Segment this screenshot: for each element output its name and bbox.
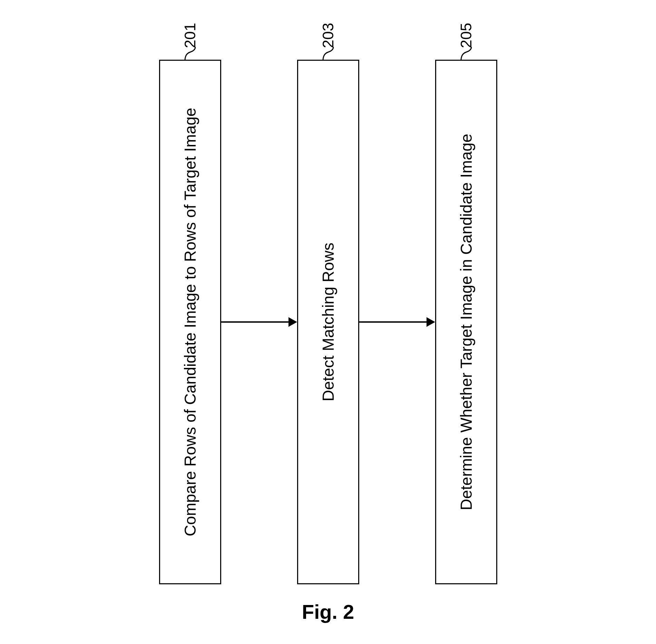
- label-connector-icon: [320, 47, 337, 61]
- flow-step-text: Detect Matching Rows: [319, 243, 337, 401]
- flow-step-label: 205: [458, 23, 475, 48]
- svg-marker-1: [288, 317, 297, 327]
- flow-step-compare: Compare Rows of Candidate Image to Rows …: [159, 60, 221, 584]
- flow-step-label: 203: [320, 23, 337, 48]
- flow-step-detect: Detect Matching Rows 203: [297, 60, 359, 584]
- svg-marker-3: [427, 317, 435, 327]
- arrow-icon: [221, 315, 297, 329]
- label-connector-icon: [458, 47, 475, 61]
- flow-step-determine: Determine Whether Target Image in Candid…: [435, 60, 497, 584]
- flow-step-text: Compare Rows of Candidate Image to Rows …: [181, 108, 199, 536]
- flowchart-container: Compare Rows of Candidate Image to Rows …: [159, 46, 497, 598]
- label-connector-icon: [182, 47, 199, 61]
- flow-step-label: 201: [182, 23, 199, 48]
- arrow-icon: [359, 315, 435, 329]
- figure-caption: Fig. 2: [302, 600, 354, 623]
- flow-step-text: Determine Whether Target Image in Candid…: [457, 134, 476, 510]
